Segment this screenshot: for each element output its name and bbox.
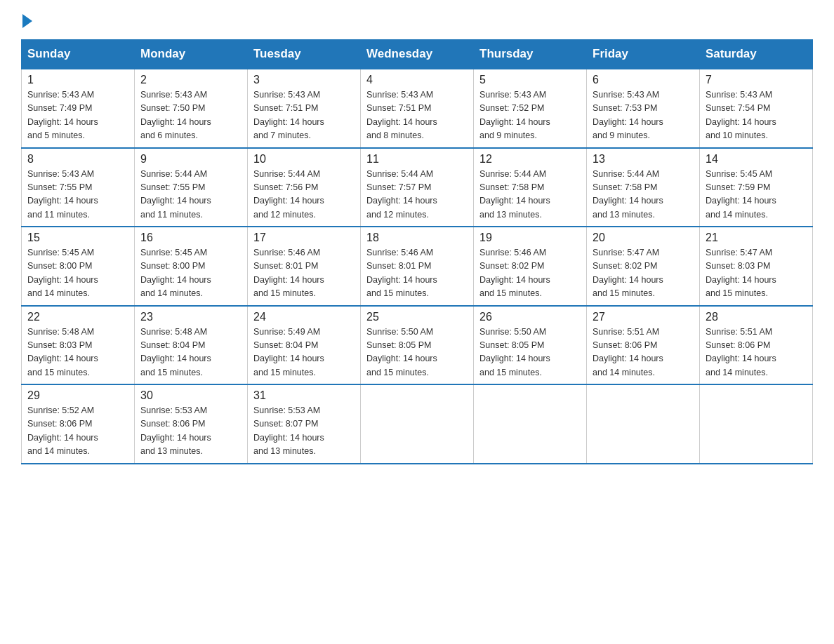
- calendar-header-row: SundayMondayTuesdayWednesdayThursdayFrid…: [22, 40, 813, 69]
- day-number: 2: [140, 74, 241, 86]
- calendar-cell: [361, 384, 474, 464]
- day-info: Sunrise: 5:51 AMSunset: 8:06 PMDaylight:…: [593, 326, 694, 380]
- calendar-cell: 2 Sunrise: 5:43 AMSunset: 7:50 PMDayligh…: [135, 69, 248, 148]
- calendar-cell: 30 Sunrise: 5:53 AMSunset: 8:06 PMDaylig…: [135, 384, 248, 464]
- calendar-week-row: 15 Sunrise: 5:45 AMSunset: 8:00 PMDaylig…: [22, 227, 813, 306]
- day-info: Sunrise: 5:43 AMSunset: 7:53 PMDaylight:…: [593, 88, 694, 143]
- day-number: 14: [706, 153, 807, 166]
- header-tuesday: Tuesday: [248, 40, 361, 69]
- calendar-cell: 20 Sunrise: 5:47 AMSunset: 8:02 PMDaylig…: [587, 227, 700, 306]
- calendar-cell: 12 Sunrise: 5:44 AMSunset: 7:58 PMDaylig…: [474, 148, 587, 227]
- day-info: Sunrise: 5:52 AMSunset: 8:06 PMDaylight:…: [27, 404, 128, 459]
- header-saturday: Saturday: [700, 40, 813, 69]
- calendar-cell: 29 Sunrise: 5:52 AMSunset: 8:06 PMDaylig…: [22, 384, 135, 464]
- calendar-cell: 1 Sunrise: 5:43 AMSunset: 7:49 PMDayligh…: [22, 69, 135, 148]
- calendar-cell: 10 Sunrise: 5:44 AMSunset: 7:56 PMDaylig…: [248, 148, 361, 227]
- day-number: 16: [140, 232, 241, 244]
- day-number: 4: [366, 74, 468, 86]
- calendar-cell: 18 Sunrise: 5:46 AMSunset: 8:01 PMDaylig…: [361, 227, 474, 306]
- day-number: 31: [253, 389, 355, 402]
- day-number: 20: [593, 232, 694, 244]
- day-number: 30: [140, 389, 241, 402]
- day-number: 1: [27, 74, 128, 86]
- calendar-cell: 9 Sunrise: 5:44 AMSunset: 7:55 PMDayligh…: [135, 148, 248, 227]
- day-info: Sunrise: 5:47 AMSunset: 8:02 PMDaylight:…: [593, 246, 694, 301]
- calendar-cell: 6 Sunrise: 5:43 AMSunset: 7:53 PMDayligh…: [587, 69, 700, 148]
- calendar-cell: 24 Sunrise: 5:49 AMSunset: 8:04 PMDaylig…: [248, 306, 361, 385]
- day-number: 10: [253, 153, 355, 166]
- calendar-cell: 27 Sunrise: 5:51 AMSunset: 8:06 PMDaylig…: [587, 306, 700, 385]
- calendar-cell: 17 Sunrise: 5:46 AMSunset: 8:01 PMDaylig…: [248, 227, 361, 306]
- day-info: Sunrise: 5:50 AMSunset: 8:05 PMDaylight:…: [479, 326, 581, 380]
- day-info: Sunrise: 5:45 AMSunset: 8:00 PMDaylight:…: [27, 246, 128, 301]
- header-friday: Friday: [587, 40, 700, 69]
- day-info: Sunrise: 5:43 AMSunset: 7:52 PMDaylight:…: [479, 88, 581, 143]
- logo-arrow-icon: [22, 14, 32, 28]
- day-info: Sunrise: 5:53 AMSunset: 8:06 PMDaylight:…: [140, 404, 241, 459]
- day-number: 11: [366, 153, 468, 166]
- calendar-week-row: 1 Sunrise: 5:43 AMSunset: 7:49 PMDayligh…: [22, 69, 813, 148]
- calendar-cell: 8 Sunrise: 5:43 AMSunset: 7:55 PMDayligh…: [22, 148, 135, 227]
- day-info: Sunrise: 5:51 AMSunset: 8:06 PMDaylight:…: [706, 326, 807, 380]
- day-number: 6: [593, 74, 694, 86]
- calendar-cell: 22 Sunrise: 5:48 AMSunset: 8:03 PMDaylig…: [22, 306, 135, 385]
- day-number: 23: [140, 311, 241, 323]
- calendar-cell: 15 Sunrise: 5:45 AMSunset: 8:00 PMDaylig…: [22, 227, 135, 306]
- day-number: 28: [706, 311, 807, 323]
- day-info: Sunrise: 5:53 AMSunset: 8:07 PMDaylight:…: [253, 404, 355, 459]
- calendar-cell: 23 Sunrise: 5:48 AMSunset: 8:04 PMDaylig…: [135, 306, 248, 385]
- calendar-cell: 3 Sunrise: 5:43 AMSunset: 7:51 PMDayligh…: [248, 69, 361, 148]
- calendar-cell: 28 Sunrise: 5:51 AMSunset: 8:06 PMDaylig…: [700, 306, 813, 385]
- calendar-week-row: 29 Sunrise: 5:52 AMSunset: 8:06 PMDaylig…: [22, 384, 813, 464]
- calendar-cell: 21 Sunrise: 5:47 AMSunset: 8:03 PMDaylig…: [700, 227, 813, 306]
- day-number: 8: [27, 153, 128, 166]
- day-info: Sunrise: 5:43 AMSunset: 7:54 PMDaylight:…: [706, 88, 807, 143]
- day-info: Sunrise: 5:46 AMSunset: 8:02 PMDaylight:…: [479, 246, 581, 301]
- day-info: Sunrise: 5:44 AMSunset: 7:55 PMDaylight:…: [140, 168, 241, 222]
- calendar-table: SundayMondayTuesdayWednesdayThursdayFrid…: [21, 39, 813, 464]
- calendar-cell: 7 Sunrise: 5:43 AMSunset: 7:54 PMDayligh…: [700, 69, 813, 148]
- day-number: 17: [253, 232, 355, 244]
- day-info: Sunrise: 5:44 AMSunset: 7:58 PMDaylight:…: [479, 168, 581, 222]
- logo: [21, 14, 34, 28]
- day-info: Sunrise: 5:47 AMSunset: 8:03 PMDaylight:…: [706, 246, 807, 301]
- day-number: 29: [27, 389, 128, 402]
- day-info: Sunrise: 5:43 AMSunset: 7:50 PMDaylight:…: [140, 88, 241, 143]
- calendar-cell: 5 Sunrise: 5:43 AMSunset: 7:52 PMDayligh…: [474, 69, 587, 148]
- day-info: Sunrise: 5:43 AMSunset: 7:51 PMDaylight:…: [366, 88, 468, 143]
- day-info: Sunrise: 5:46 AMSunset: 8:01 PMDaylight:…: [253, 246, 355, 301]
- day-number: 5: [479, 74, 581, 86]
- day-number: 13: [593, 153, 694, 166]
- day-number: 15: [27, 232, 128, 244]
- day-info: Sunrise: 5:43 AMSunset: 7:49 PMDaylight:…: [27, 88, 128, 143]
- day-number: 27: [593, 311, 694, 323]
- calendar-cell: [700, 384, 813, 464]
- day-info: Sunrise: 5:44 AMSunset: 7:56 PMDaylight:…: [253, 168, 355, 222]
- calendar-cell: 4 Sunrise: 5:43 AMSunset: 7:51 PMDayligh…: [361, 69, 474, 148]
- calendar-cell: 13 Sunrise: 5:44 AMSunset: 7:58 PMDaylig…: [587, 148, 700, 227]
- calendar-cell: 11 Sunrise: 5:44 AMSunset: 7:57 PMDaylig…: [361, 148, 474, 227]
- day-info: Sunrise: 5:50 AMSunset: 8:05 PMDaylight:…: [366, 326, 468, 380]
- header-monday: Monday: [135, 40, 248, 69]
- day-info: Sunrise: 5:49 AMSunset: 8:04 PMDaylight:…: [253, 326, 355, 380]
- day-number: 9: [140, 153, 241, 166]
- header-sunday: Sunday: [22, 40, 135, 69]
- calendar-week-row: 22 Sunrise: 5:48 AMSunset: 8:03 PMDaylig…: [22, 306, 813, 385]
- calendar-cell: 25 Sunrise: 5:50 AMSunset: 8:05 PMDaylig…: [361, 306, 474, 385]
- day-info: Sunrise: 5:46 AMSunset: 8:01 PMDaylight:…: [366, 246, 468, 301]
- calendar-cell: 16 Sunrise: 5:45 AMSunset: 8:00 PMDaylig…: [135, 227, 248, 306]
- calendar-cell: [474, 384, 587, 464]
- day-info: Sunrise: 5:45 AMSunset: 8:00 PMDaylight:…: [140, 246, 241, 301]
- day-number: 18: [366, 232, 468, 244]
- calendar-cell: [587, 384, 700, 464]
- day-number: 26: [479, 311, 581, 323]
- calendar-cell: 26 Sunrise: 5:50 AMSunset: 8:05 PMDaylig…: [474, 306, 587, 385]
- header-wednesday: Wednesday: [361, 40, 474, 69]
- day-number: 19: [479, 232, 581, 244]
- header-thursday: Thursday: [474, 40, 587, 69]
- day-info: Sunrise: 5:43 AMSunset: 7:55 PMDaylight:…: [27, 168, 128, 222]
- calendar-week-row: 8 Sunrise: 5:43 AMSunset: 7:55 PMDayligh…: [22, 148, 813, 227]
- day-number: 12: [479, 153, 581, 166]
- calendar-cell: 19 Sunrise: 5:46 AMSunset: 8:02 PMDaylig…: [474, 227, 587, 306]
- day-number: 25: [366, 311, 468, 323]
